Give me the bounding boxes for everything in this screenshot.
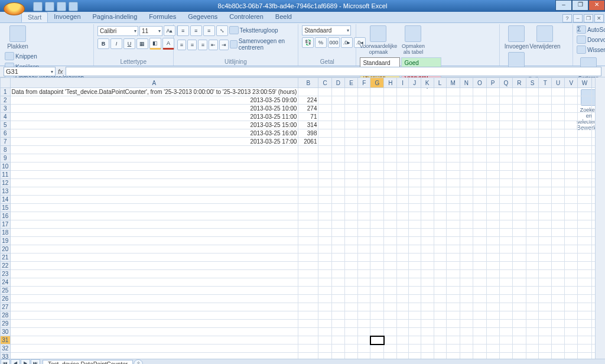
cell[interactable] <box>397 212 408 220</box>
cell[interactable] <box>421 328 434 336</box>
cell[interactable] <box>578 105 592 113</box>
cell[interactable] <box>384 88 397 96</box>
cell[interactable] <box>565 311 578 320</box>
align-left-icon[interactable]: ≡ <box>177 40 187 50</box>
cell[interactable] <box>486 121 499 129</box>
cell[interactable] <box>345 278 358 287</box>
cell[interactable] <box>539 336 552 344</box>
cell[interactable] <box>397 245 408 254</box>
cell[interactable] <box>473 220 487 229</box>
cell[interactable] <box>446 311 460 320</box>
cell[interactable] <box>551 229 564 237</box>
cell[interactable] <box>526 138 539 146</box>
cell[interactable] <box>384 121 397 129</box>
cell[interactable] <box>513 129 526 138</box>
cell[interactable] <box>473 303 487 311</box>
cell[interactable] <box>578 154 592 162</box>
align-bottom-icon[interactable]: ≡ <box>203 25 215 36</box>
cell[interactable] <box>486 237 499 245</box>
cell[interactable] <box>318 212 331 220</box>
doc-minimize-button[interactable]: – <box>573 14 583 22</box>
cell[interactable] <box>370 336 384 344</box>
cell[interactable] <box>578 344 592 353</box>
cell[interactable] <box>10 204 298 212</box>
cell[interactable] <box>408 113 421 121</box>
cell[interactable] <box>331 129 344 138</box>
cell[interactable] <box>434 254 446 262</box>
cell[interactable] <box>421 320 434 328</box>
fx-icon[interactable]: fx <box>58 68 63 75</box>
cell[interactable] <box>565 295 578 303</box>
cell[interactable] <box>10 278 298 287</box>
cell[interactable] <box>446 295 460 303</box>
number-format-select[interactable]: Standaard <box>302 25 351 35</box>
row-header[interactable]: 27 <box>1 303 11 311</box>
cell[interactable] <box>578 336 592 344</box>
cell[interactable] <box>331 146 344 154</box>
cell[interactable] <box>318 171 331 179</box>
cell[interactable] <box>446 146 460 154</box>
sheet-nav-last[interactable]: ⏭ <box>31 359 40 364</box>
cell[interactable] <box>318 229 331 237</box>
cell[interactable] <box>408 88 421 96</box>
cell[interactable] <box>345 336 358 344</box>
cell[interactable] <box>513 237 526 245</box>
cell[interactable] <box>298 171 318 179</box>
qat-redo-icon[interactable] <box>57 2 66 11</box>
cell[interactable] <box>408 311 421 320</box>
cell[interactable] <box>345 237 358 245</box>
formula-input[interactable] <box>66 67 601 76</box>
cell[interactable] <box>345 254 358 262</box>
cell[interactable] <box>421 287 434 295</box>
cell[interactable] <box>460 105 473 113</box>
cell[interactable]: 398 <box>298 129 318 138</box>
cell[interactable] <box>421 237 434 245</box>
cell[interactable] <box>434 146 446 154</box>
cell[interactable] <box>298 187 318 196</box>
cell[interactable] <box>331 220 344 229</box>
cell[interactable] <box>499 96 513 105</box>
cell[interactable] <box>318 146 331 154</box>
cell[interactable] <box>298 262 318 270</box>
cell[interactable] <box>384 287 397 295</box>
cell[interactable] <box>357 270 370 278</box>
cell[interactable] <box>578 179 592 187</box>
cell[interactable] <box>408 353 421 359</box>
cell[interactable] <box>384 311 397 320</box>
cell[interactable] <box>357 96 370 105</box>
cell[interactable] <box>446 287 460 295</box>
cell[interactable] <box>446 212 460 220</box>
cell[interactable] <box>565 113 578 121</box>
cell[interactable] <box>578 237 592 245</box>
cell[interactable] <box>526 254 539 262</box>
cell[interactable] <box>446 179 460 187</box>
sheet-nav-next[interactable]: ▶ <box>21 359 30 364</box>
cell[interactable] <box>357 187 370 196</box>
cell[interactable] <box>551 105 564 113</box>
cell[interactable] <box>345 245 358 254</box>
cell[interactable] <box>565 254 578 262</box>
cell[interactable] <box>397 105 408 113</box>
cell[interactable] <box>298 287 318 295</box>
cell[interactable]: 71 <box>298 113 318 121</box>
row-header[interactable]: 10 <box>1 162 11 171</box>
cell[interactable] <box>384 105 397 113</box>
cell[interactable] <box>421 278 434 287</box>
cell[interactable] <box>513 311 526 320</box>
cell[interactable] <box>551 113 564 121</box>
cell[interactable] <box>513 353 526 359</box>
conditional-format-button[interactable]: Voorwaardelijke opmaak <box>360 25 396 55</box>
cell[interactable] <box>578 220 592 229</box>
cell[interactable] <box>513 336 526 344</box>
col-header-P[interactable]: P <box>486 78 499 88</box>
cell[interactable] <box>565 196 578 204</box>
cell[interactable] <box>434 295 446 303</box>
cell[interactable] <box>539 105 552 113</box>
col-header-M[interactable]: M <box>446 78 460 88</box>
cell[interactable] <box>10 187 298 196</box>
cell[interactable] <box>499 262 513 270</box>
cell[interactable] <box>565 220 578 229</box>
cell[interactable] <box>345 344 358 353</box>
row-header[interactable]: 26 <box>1 295 11 303</box>
cell[interactable] <box>370 204 384 212</box>
